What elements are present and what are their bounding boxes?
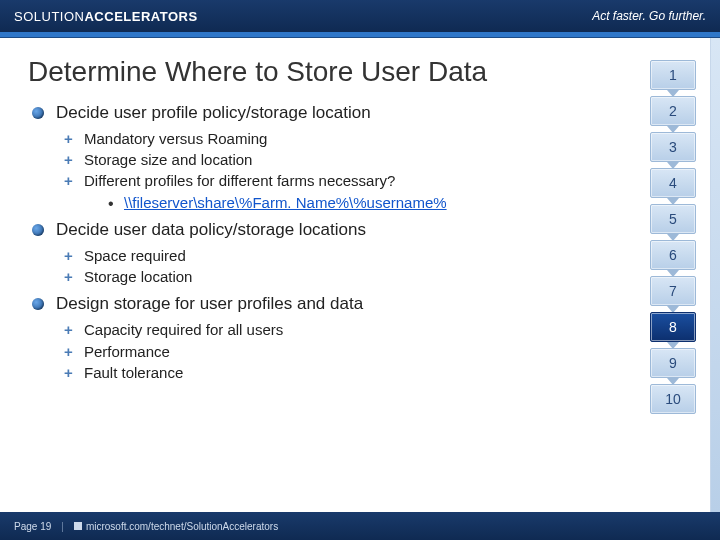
step-9: 9: [650, 348, 696, 378]
page-number: Page 19: [14, 521, 51, 532]
top-bar: SOLUTIONACCELERATORS Act faster. Go furt…: [0, 0, 720, 32]
footer-sep: |: [61, 521, 64, 532]
step-8-active: 8: [650, 312, 696, 342]
bullet-l1: Decide user data policy/storage location…: [28, 219, 588, 242]
bullet-l2: Different profiles for different farms n…: [28, 171, 588, 191]
step-1: 1: [650, 60, 696, 90]
step-box: 3: [650, 132, 696, 162]
step-10: 10: [650, 384, 696, 414]
step-box: 6: [650, 240, 696, 270]
slide: SOLUTIONACCELERATORS Act faster. Go furt…: [0, 0, 720, 540]
brand: SOLUTIONACCELERATORS: [14, 9, 198, 24]
bullet-l2: Fault tolerance: [28, 363, 588, 383]
bullet-l2: Capacity required for all users: [28, 320, 588, 340]
bullet-l1: Decide user profile policy/storage locat…: [28, 102, 588, 125]
step-box: 7: [650, 276, 696, 306]
footer: Page 19 | microsoft.com/technet/Solution…: [0, 512, 720, 540]
bullet-l3: \\fileserver\share\%Farm. Name%\%usernam…: [28, 193, 588, 213]
step-5: 5: [650, 204, 696, 234]
bullet-l2: Space required: [28, 246, 588, 266]
step-box: 10: [650, 384, 696, 414]
step-box: 1: [650, 60, 696, 90]
footer-url: microsoft.com/technet/SolutionAccelerato…: [86, 521, 278, 532]
path-link[interactable]: \\fileserver\share\%Farm. Name%\%usernam…: [124, 194, 447, 211]
step-3: 3: [650, 132, 696, 162]
ms-logo: microsoft.com/technet/SolutionAccelerato…: [74, 521, 278, 532]
tagline: Act faster. Go further.: [592, 9, 706, 23]
main-content: Determine Where to Store User Data Decid…: [0, 38, 720, 540]
step-box: 5: [650, 204, 696, 234]
step-column: 1 2 3 4 5 6 7 8 9 10: [650, 60, 696, 414]
bullet-content: Decide user profile policy/storage locat…: [28, 102, 588, 383]
page-title: Determine Where to Store User Data: [28, 56, 692, 88]
step-7: 7: [650, 276, 696, 306]
bullet-l1: Design storage for user profiles and dat…: [28, 293, 588, 316]
brand-prefix: SOLUTION: [14, 9, 84, 24]
bullet-l2: Performance: [28, 342, 588, 362]
right-strip: [710, 38, 720, 512]
step-4: 4: [650, 168, 696, 198]
step-box: 9: [650, 348, 696, 378]
bullet-l2: Storage location: [28, 267, 588, 287]
step-box: 8: [650, 312, 696, 342]
brand-bold: ACCELERATORS: [84, 9, 197, 24]
ms-squares-icon: [74, 522, 82, 530]
step-box: 2: [650, 96, 696, 126]
step-box: 4: [650, 168, 696, 198]
step-2: 2: [650, 96, 696, 126]
step-6: 6: [650, 240, 696, 270]
bullet-l2: Storage size and location: [28, 150, 588, 170]
bullet-l2: Mandatory versus Roaming: [28, 129, 588, 149]
